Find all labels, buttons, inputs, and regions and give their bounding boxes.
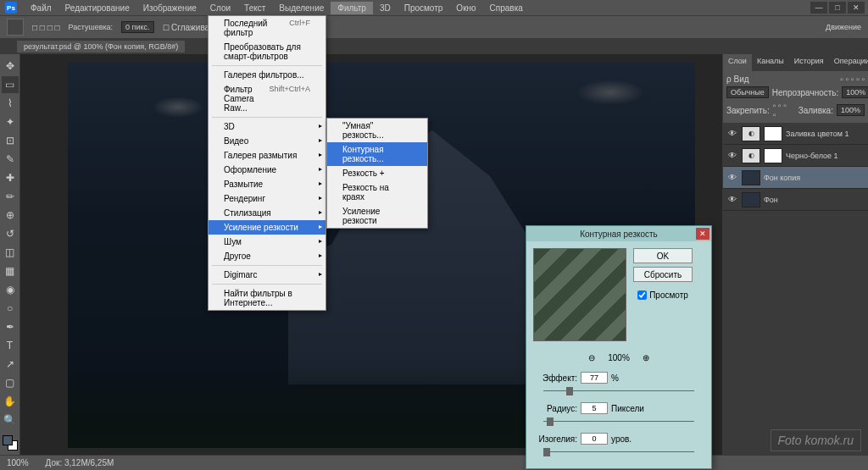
preview-zoom-value: 100% (608, 353, 630, 362)
menu-last-filter[interactable]: Последний фильтрCtrl+F (209, 16, 326, 40)
crop-tool[interactable]: ⊡ (2, 132, 19, 149)
effect-input[interactable] (581, 372, 608, 384)
menu-3d-filters[interactable]: 3D (209, 119, 326, 134)
cancel-button[interactable]: Сбросить (633, 267, 693, 282)
menu-video[interactable]: Видео (209, 134, 326, 148)
minimize-button[interactable]: — (810, 2, 827, 14)
move-tool[interactable]: ✥ (2, 58, 19, 75)
menu-convert-smart[interactable]: Преобразовать для смарт-фильтров (209, 40, 326, 64)
menu-help[interactable]: Справка (483, 2, 530, 14)
marquee-tool[interactable]: ▭ (2, 76, 19, 93)
eyedropper-tool[interactable]: ✎ (2, 151, 19, 168)
submenu-sharpen-edges[interactable]: Резкость на краях (327, 180, 427, 204)
eraser-tool[interactable]: ◫ (2, 244, 19, 261)
brush-tool[interactable]: ✏ (2, 188, 19, 205)
maximize-button[interactable]: □ (829, 2, 846, 14)
lasso-tool[interactable]: ⌇ (2, 95, 19, 112)
tab-history[interactable]: История (789, 54, 829, 71)
selection-mode-icons[interactable]: □ □ □ □ (32, 23, 60, 32)
tab-actions[interactable]: Операции (829, 54, 868, 71)
opacity-input[interactable]: 100% (842, 86, 868, 98)
visibility-icon[interactable]: 👁 (726, 129, 738, 138)
fill-input[interactable]: 100% (837, 104, 865, 116)
menu-blur-gallery[interactable]: Галерея размытия (209, 148, 326, 163)
menu-filter[interactable]: Фильтр (331, 2, 373, 14)
layer-filter-icons[interactable]: ▫ ▫ ▫ ▫ ▫ (840, 75, 865, 84)
menu-render[interactable]: Рендеринг (209, 191, 326, 206)
pen-tool[interactable]: ✒ (2, 318, 19, 335)
workspace-switcher[interactable]: Движение (826, 23, 861, 31)
layer-row[interactable]: 👁 ◐ Заливка цветом 1 (723, 123, 868, 145)
submenu-sharpen-more[interactable]: Резкость + (327, 166, 427, 180)
threshold-slider[interactable] (543, 448, 694, 456)
layer-name: Фон (764, 196, 778, 204)
tab-channels[interactable]: Каналы (752, 54, 789, 71)
preview-checkbox[interactable]: Просмотр (637, 290, 688, 300)
document-tab[interactable]: результат.psd @ 100% (Фон копия, RGB/8#) (17, 41, 185, 53)
dodge-tool[interactable]: ○ (2, 300, 19, 317)
menu-3d[interactable]: 3D (373, 2, 398, 14)
layer-row[interactable]: 👁 Фон (723, 189, 868, 211)
threshold-input[interactable] (581, 433, 608, 445)
radius-input[interactable] (581, 402, 608, 414)
layer-thumb: ◐ (742, 126, 760, 141)
menu-digimarc[interactable]: Digimarc (209, 268, 326, 282)
menu-sharpen[interactable]: Усиление резкости (209, 220, 326, 235)
menu-file[interactable]: Файл (24, 2, 58, 14)
gradient-tool[interactable]: ▦ (2, 263, 19, 279)
layer-filter-label: ρ Вид (726, 75, 749, 84)
radius-slider[interactable] (543, 417, 694, 426)
close-button[interactable]: ✕ (848, 2, 865, 14)
healing-tool[interactable]: ✚ (2, 169, 19, 186)
submenu-unsharp-mask[interactable]: Контурная резкость... (327, 142, 427, 166)
blend-mode-select[interactable]: Обычные (726, 86, 769, 98)
menu-noise[interactable]: Шум (209, 235, 326, 249)
layer-row[interactable]: 👁 Фон копия (723, 167, 868, 189)
hand-tool[interactable]: ✋ (2, 393, 19, 410)
menu-camera-raw[interactable]: Фильтр Camera Raw...Shift+Ctrl+A (209, 82, 326, 115)
dialog-close-button[interactable]: ✕ (696, 228, 709, 240)
menu-layers[interactable]: Слои (203, 2, 237, 14)
menu-window[interactable]: Окно (449, 2, 482, 14)
zoom-in-icon[interactable]: ⊕ (640, 351, 652, 363)
path-tool[interactable]: ↗ (2, 356, 19, 373)
menu-stylize[interactable]: Стилизация (209, 206, 326, 220)
menu-blur[interactable]: Размытие (209, 177, 326, 191)
menu-pixelate[interactable]: Оформление (209, 163, 326, 177)
visibility-icon[interactable]: 👁 (726, 195, 738, 204)
stamp-tool[interactable]: ⊕ (2, 207, 19, 224)
tab-layers[interactable]: Слои (723, 54, 752, 71)
menu-filter-gallery[interactable]: Галерея фильтров... (209, 68, 326, 82)
submenu-sharpen[interactable]: Усиление резкости (327, 204, 427, 228)
menu-image[interactable]: Изображение (136, 2, 203, 14)
effect-slider[interactable] (543, 387, 694, 395)
menu-browse-filters[interactable]: Найти фильтры в Интернете... (209, 286, 326, 310)
lock-icons[interactable]: ▫ ▫ ▫ ▫ (773, 101, 792, 119)
color-swatch[interactable] (3, 435, 18, 451)
submenu-smart-sharpen[interactable]: "Умная" резкость... (327, 119, 427, 142)
dialog-titlebar[interactable]: Контурная резкость ✕ (526, 226, 711, 241)
zoom-out-icon[interactable]: ⊖ (586, 351, 598, 363)
menu-select[interactable]: Выделение (272, 2, 331, 14)
layer-row[interactable]: 👁 ◐ Черно-белое 1 (723, 145, 868, 167)
options-bar: □ □ □ □ Растушевка: 0 пикс. ☐ Сглаживани… (0, 15, 868, 39)
wand-tool[interactable]: ✦ (2, 113, 19, 130)
zoom-tool[interactable]: 🔍 (2, 412, 19, 429)
visibility-icon[interactable]: 👁 (726, 151, 738, 160)
type-tool[interactable]: T (2, 337, 19, 354)
visibility-icon[interactable]: 👁 (726, 173, 738, 182)
radius-label: Радиус: (535, 404, 577, 413)
menu-view[interactable]: Просмотр (398, 2, 450, 14)
shape-tool[interactable]: ▢ (2, 374, 19, 391)
feather-input[interactable]: 0 пикс. (121, 21, 153, 33)
tool-preset-icon[interactable] (7, 19, 24, 36)
preview-thumbnail[interactable] (533, 248, 626, 341)
ok-button[interactable]: OK (633, 248, 693, 263)
menu-text[interactable]: Текст (237, 2, 272, 14)
menu-edit[interactable]: Редактирование (58, 2, 136, 14)
filter-dropdown: Последний фильтрCtrl+F Преобразовать для… (208, 15, 326, 311)
history-brush-tool[interactable]: ↺ (2, 225, 19, 242)
menu-other[interactable]: Другое (209, 249, 326, 263)
blur-tool[interactable]: ◉ (2, 281, 19, 298)
zoom-level[interactable]: 100% (7, 458, 29, 467)
